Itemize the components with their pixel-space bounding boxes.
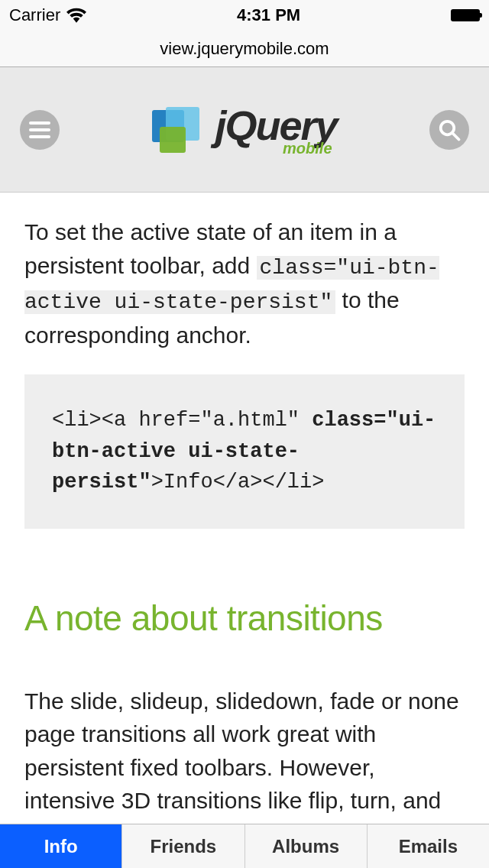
- logo[interactable]: jQuery mobile: [152, 102, 336, 157]
- hamburger-icon: [29, 121, 50, 138]
- status-left: Carrier: [9, 5, 86, 25]
- search-icon: [438, 118, 461, 141]
- logo-subtitle: mobile: [215, 140, 332, 157]
- code-pre: <li><a href="a.html": [52, 409, 312, 432]
- nav-tab-albums[interactable]: Albums: [245, 824, 368, 868]
- svg-line-1: [452, 132, 459, 139]
- transitions-paragraph: The slide, slideup, slidedown, fade or n…: [24, 685, 465, 824]
- battery-icon: [451, 9, 480, 21]
- url-text: view.jquerymobile.com: [160, 39, 329, 59]
- browser-url-bar[interactable]: view.jquerymobile.com: [0, 31, 489, 67]
- nav-tab-emails[interactable]: Emails: [368, 824, 489, 868]
- page-header: jQuery mobile: [0, 67, 489, 193]
- page-content[interactable]: To set the active state of an item in a …: [0, 193, 489, 824]
- wifi-icon: [66, 8, 86, 23]
- logo-mark-icon: [152, 107, 207, 153]
- intro-paragraph: To set the active state of an item in a …: [24, 215, 465, 351]
- ios-status-bar: Carrier 4:31 PM: [0, 0, 489, 31]
- status-right: [451, 9, 480, 21]
- nav-tab-info[interactable]: Info: [0, 824, 122, 868]
- bottom-navbar: Info Friends Albums Emails: [0, 824, 489, 868]
- section-heading: A note about transitions: [24, 598, 465, 639]
- status-time: 4:31 PM: [237, 5, 300, 25]
- code-post: >Info</a></li>: [151, 471, 325, 494]
- carrier-label: Carrier: [9, 5, 60, 25]
- code-block: <li><a href="a.html" class="ui-btn-activ…: [24, 374, 465, 529]
- menu-button[interactable]: [20, 110, 60, 150]
- nav-tab-friends[interactable]: Friends: [122, 824, 244, 868]
- search-button[interactable]: [429, 110, 469, 150]
